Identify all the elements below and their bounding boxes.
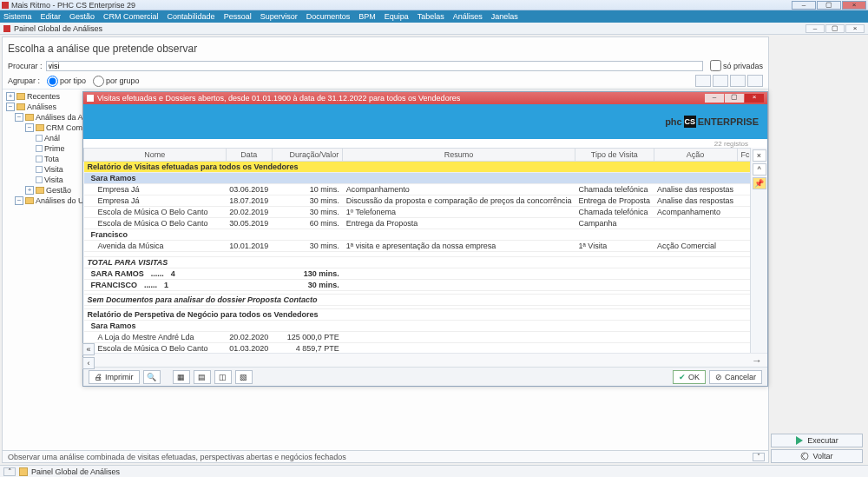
taskbar-item[interactable]: Painel Global de Análises [31,467,120,476]
folder-icon [16,93,25,100]
search-icon: 🔍 [147,373,156,381]
toggle-gestao[interactable]: + [25,186,34,195]
folder-icon [36,124,44,131]
execute-button[interactable]: Executar [771,434,863,447]
brand-logo: phc CS ENTERPRISE [665,116,759,128]
menu-documentos[interactable]: Documentos [306,12,351,21]
menu-editar[interactable]: Editar [41,12,62,21]
only-private-checkbox[interactable]: só privadas [710,60,763,71]
group-label: Agrupar : [8,76,40,85]
menu-tabelas[interactable]: Tabelas [418,12,444,21]
toggle-analises[interactable]: − [6,103,15,111]
ok-button[interactable]: ✔OK [673,370,706,384]
menu-gestao[interactable]: Gestão [69,12,95,21]
panel-titlebar: Painel Global de Análises – ▢ × [0,23,868,35]
radio-por-grupo[interactable]: por grupo [93,76,140,87]
leaf-icon [36,166,43,173]
zoom-button[interactable]: 🔍 [143,370,161,384]
folder-icon [25,197,34,204]
side-tool-close[interactable]: × [753,149,766,162]
panel-close-button[interactable]: × [845,24,865,33]
menu-bpm[interactable]: BPM [358,12,376,21]
menu-pessoal[interactable]: Pessoal [224,12,252,21]
tool-3-button[interactable]: ◫ [214,370,232,384]
search-input[interactable] [46,61,703,71]
search-label: Procurar : [8,62,43,70]
menu-analises[interactable]: Análises [453,12,483,21]
col-resumo[interactable]: Resumo [343,149,575,162]
col-data[interactable]: Data [226,149,272,162]
side-tool-pin[interactable]: 📌 [753,177,766,189]
toolbar-btn-1[interactable] [695,75,711,87]
back-icon [800,452,809,460]
menu-crm[interactable]: CRM Comercial [103,12,159,21]
leaf-icon [36,176,43,183]
report-window: Visitas efetuadas e Dossiers abertos, de… [82,91,768,387]
play-icon [795,436,804,445]
menu-janelas[interactable]: Janelas [491,12,518,21]
tool-1-button[interactable]: ▦ [173,370,190,384]
side-tool-arrow[interactable]: ^ [753,163,766,176]
toggle-crm[interactable]: − [25,123,34,132]
toolbar-btn-4[interactable] [747,75,763,87]
leaf-icon [36,135,43,142]
app-icon [2,2,9,9]
folder-icon [25,114,34,121]
cancel-button[interactable]: ⊘Cancelar [709,370,762,384]
collapse-desc-button[interactable]: ˅ [753,453,765,461]
report-grid[interactable]: Nome Data Duração/Valor Resumo Tipo de V… [83,148,750,353]
menu-equipa[interactable]: Equipa [385,12,409,21]
report-titlebar: Visitas efetuadas e Dossiers abertos, de… [83,92,767,104]
records-count: 22 registos [83,139,767,148]
taskbar-collapse[interactable]: ˄ [3,467,16,476]
menu-contabilidade[interactable]: Contabilidade [168,12,215,21]
toolbar-btn-2[interactable] [713,75,728,87]
nav-left-single-button[interactable]: ‹ [82,357,95,369]
folder-icon [16,103,25,110]
nav-left-button[interactable]: « [82,343,95,355]
tool-2-button[interactable]: ▤ [194,370,211,384]
print-button[interactable]: 🖨Imprimir [89,370,140,384]
printer-icon: 🖨 [95,373,102,381]
leaf-icon [36,145,43,152]
menu-supervisor[interactable]: Supervisor [260,12,298,21]
folder-icon [36,187,44,194]
maximize-button[interactable]: ▢ [817,1,841,10]
report-min-button[interactable]: – [705,94,724,103]
menu-sistema[interactable]: Sistema [3,12,32,21]
panel-max-button[interactable]: ▢ [825,24,845,33]
report-max-button[interactable]: ▢ [725,94,744,103]
panel-title: Painel Global de Análises [14,24,102,33]
app-titlebar: Mais Ritmo - PHC CS Enterprise 29 – ▢ × [0,0,868,10]
col-nome[interactable]: Nome [84,149,227,162]
toggle-analises-do[interactable]: − [15,196,23,205]
report-icon [87,95,94,102]
description-bar: Observar uma análise combinada de visita… [3,450,768,462]
leaf-icon [36,156,43,162]
nav-next-arrow[interactable]: → [83,353,767,367]
panel-icon [3,25,10,32]
report-ribbon: phc CS ENTERPRISE [83,104,767,139]
col-acao[interactable]: Ação [654,149,737,162]
panel-min-button[interactable]: – [806,24,825,33]
radio-por-tipo[interactable]: por tipo [47,76,86,87]
toolbar-btn-3[interactable] [730,75,746,87]
col-tipo[interactable]: Tipo de Visita [575,149,654,162]
report-close-button[interactable]: × [745,94,764,103]
toggle-analises-da[interactable]: − [15,113,23,122]
menu-bar: Sistema Editar Gestão CRM Comercial Cont… [0,10,868,23]
panel-heading: Escolha a análise que pretende observar [3,37,768,58]
col-dur[interactable]: Duração/Valor [272,149,343,162]
tool-4-button[interactable]: ▧ [235,370,253,384]
col-fch[interactable]: Fch? [737,149,750,162]
report-title: Visitas efetuadas e Dossiers abertos, de… [97,94,460,103]
taskbar: ˄ Painel Global de Análises [0,465,868,477]
taskbar-item-icon [19,467,28,476]
minimize-button[interactable]: – [792,1,816,10]
check-icon: ✔ [679,373,686,381]
toggle-recentes[interactable]: + [6,92,15,101]
back-button[interactable]: Voltar [771,449,863,463]
close-button[interactable]: × [842,1,866,10]
app-title: Mais Ritmo - PHC CS Enterprise 29 [11,1,135,10]
cancel-icon: ⊘ [715,373,722,381]
